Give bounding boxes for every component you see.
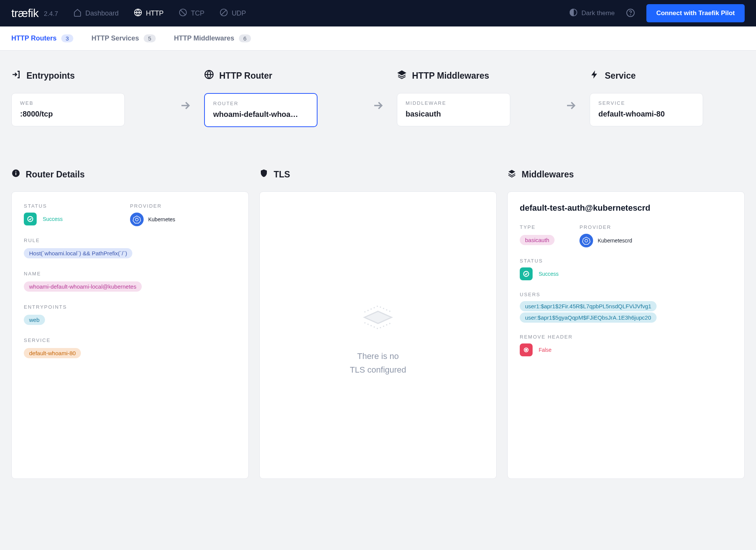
- mw-provider-text: Kubernetescrd: [598, 238, 632, 244]
- tls-empty-text: There is no TLS configured: [350, 350, 406, 376]
- tcp-icon: [179, 8, 187, 19]
- status-label: STATUS: [24, 203, 130, 209]
- middlewares-section: Middlewares default-test-auth@kubernetes…: [507, 169, 745, 479]
- rule-chip: Host(`whoami.local`) && PathPrefix(`/`): [24, 248, 132, 258]
- svg-marker-13: [364, 311, 392, 323]
- flow-router: HTTP Router ROUTER whoami-default-whoa…: [204, 70, 359, 127]
- contrast-icon: [569, 8, 578, 19]
- mw-remove-text: False: [539, 347, 552, 353]
- entrypoints-label: ENTRYPOINTS: [24, 304, 236, 310]
- svg-marker-14: [582, 237, 590, 244]
- home-icon: [73, 8, 82, 19]
- router-card[interactable]: ROUTER whoami-default-whoa…: [204, 93, 318, 127]
- middleware-card-label: MIDDLEWARE: [406, 100, 502, 106]
- middleware-card[interactable]: MIDDLEWARE basicauth: [397, 93, 510, 126]
- arrow-right-icon: [179, 99, 192, 113]
- status-success-icon: [520, 267, 533, 280]
- help-button[interactable]: [626, 8, 635, 19]
- status-success-icon: [24, 213, 37, 225]
- mw-remove-label: REMOVE HEADER: [520, 334, 732, 340]
- svg-point-12: [135, 218, 138, 221]
- tab-http-routers-count: 3: [61, 34, 73, 42]
- tab-http-middlewares-count: 6: [239, 34, 251, 42]
- shield-icon: [259, 169, 268, 180]
- mw-status-text: Success: [539, 271, 559, 277]
- mw-provider-label: PROVIDER: [579, 224, 632, 230]
- svg-rect-8: [15, 172, 16, 175]
- service-card-label: SERVICE: [598, 100, 694, 106]
- nav-udp-label: UDP: [232, 9, 246, 17]
- help-icon: [626, 12, 635, 19]
- tab-http-middlewares[interactable]: HTTP Middlewares 6: [174, 34, 251, 42]
- entrypoint-card-value: :8000/tcp: [20, 110, 116, 118]
- layers-empty-icon: [355, 294, 401, 340]
- router-title: HTTP Router: [219, 71, 272, 81]
- rule-label: RULE: [24, 238, 236, 243]
- version-label: 2.4.7: [44, 10, 58, 18]
- svg-point-18: [525, 349, 527, 351]
- service-card-value: default-whoami-80: [598, 110, 694, 118]
- nav-dashboard[interactable]: Dashboard: [73, 8, 119, 19]
- dark-theme-toggle[interactable]: Dark theme: [569, 8, 615, 19]
- nav-udp[interactable]: UDP: [220, 8, 246, 19]
- mw-type-chip: basicauth: [520, 235, 555, 245]
- provider-label: PROVIDER: [130, 203, 236, 209]
- content: Entrypoints WEB :8000/tcp HTTP Router RO…: [0, 51, 756, 494]
- arrow-right-icon: [564, 99, 577, 113]
- bolt-icon: [590, 70, 600, 82]
- status-text: Success: [43, 216, 63, 222]
- tab-http-services[interactable]: HTTP Services 5: [91, 34, 156, 42]
- entrypoints-title: Entrypoints: [26, 71, 75, 81]
- service-chip[interactable]: default-whoami-80: [24, 348, 81, 358]
- name-chip: whoami-default-whoami-local@kubernetes: [24, 281, 142, 292]
- nav-tcp[interactable]: TCP: [179, 8, 204, 19]
- service-title: Service: [605, 71, 636, 81]
- middlewares-title: HTTP Middlewares: [412, 71, 489, 81]
- router-card-value: whoami-default-whoa…: [213, 110, 308, 119]
- status-false-icon: [520, 343, 533, 356]
- top-nav: træfik 2.4.7 Dashboard HTTP TCP UDP: [0, 0, 756, 26]
- svg-marker-11: [133, 216, 141, 223]
- kubernetes-icon: [579, 234, 593, 247]
- flow-arrow-2: [359, 70, 397, 113]
- tab-http-routers-label: HTTP Routers: [11, 34, 57, 42]
- udp-icon: [220, 8, 228, 19]
- nav-dashboard-label: Dashboard: [85, 9, 119, 17]
- entrypoint-card-label: WEB: [20, 100, 116, 106]
- middleware-name: default-test-auth@kubernetescrd: [520, 203, 732, 213]
- flow-service: Service SERVICE default-whoami-80: [590, 70, 745, 126]
- flow-entrypoints: Entrypoints WEB :8000/tcp: [11, 70, 166, 126]
- brand-logo[interactable]: træfik: [11, 7, 39, 20]
- nav-http-label: HTTP: [146, 9, 164, 17]
- http-subtabs: HTTP Routers 3 HTTP Services 5 HTTP Midd…: [0, 26, 756, 51]
- flow-arrow-3: [552, 70, 590, 113]
- service-card[interactable]: SERVICE default-whoami-80: [590, 93, 703, 126]
- tab-http-routers[interactable]: HTTP Routers 3: [11, 34, 73, 42]
- tab-http-services-label: HTTP Services: [91, 34, 139, 42]
- tab-http-services-count: 5: [144, 34, 156, 42]
- nav-http[interactable]: HTTP: [134, 8, 164, 19]
- router-details-panel: STATUS Success PROVIDER: [11, 191, 249, 479]
- nav-items: Dashboard HTTP TCP UDP: [73, 8, 246, 19]
- middleware-card-value: basicauth: [406, 110, 502, 118]
- svg-point-15: [585, 239, 588, 242]
- tls-section: TLS There is no TLS configured: [259, 169, 497, 479]
- entrypoint-card[interactable]: WEB :8000/tcp: [11, 93, 125, 126]
- connect-pilot-button[interactable]: Connect with Traefik Pilot: [646, 4, 745, 22]
- mw-users-label: USERS: [520, 292, 732, 297]
- layers-icon: [507, 169, 516, 180]
- tls-title: TLS: [274, 169, 290, 180]
- globe-icon: [134, 8, 142, 19]
- name-label: NAME: [24, 271, 236, 277]
- tab-http-middlewares-label: HTTP Middlewares: [174, 34, 234, 42]
- details-row: Router Details STATUS Success PRO: [11, 169, 745, 479]
- mw-status-label: STATUS: [520, 258, 732, 264]
- middlewares-panel: default-test-auth@kubernetescrd TYPE bas…: [507, 191, 745, 479]
- flow-middlewares: HTTP Middlewares MIDDLEWARE basicauth: [397, 70, 552, 126]
- router-card-label: ROUTER: [213, 101, 308, 106]
- tls-panel: There is no TLS configured: [259, 191, 497, 479]
- middlewares-section-title: Middlewares: [522, 169, 574, 180]
- flow-row: Entrypoints WEB :8000/tcp HTTP Router RO…: [11, 70, 745, 127]
- mw-user-chip: user1:$apr1$2Fir.45R$L7qpbPL5nsdQLFViJVf…: [520, 301, 657, 311]
- globe-icon: [204, 70, 214, 82]
